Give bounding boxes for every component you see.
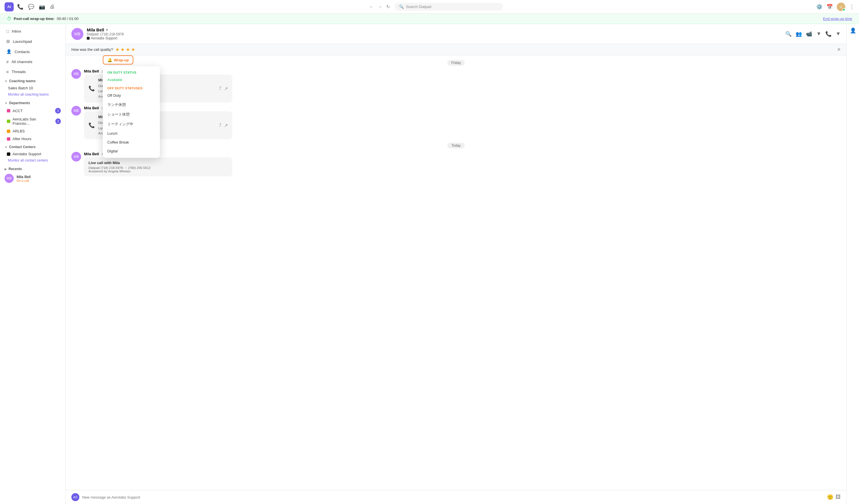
- nav-forward-button[interactable]: →: [377, 3, 383, 11]
- phone-chevron-icon[interactable]: ▼: [835, 31, 841, 37]
- call-icon-1: 📞: [89, 85, 95, 92]
- recents-chevron-icon: ▶: [4, 168, 7, 171]
- nav-buttons: ← → ↻: [368, 3, 391, 11]
- all-channels-label: All channels: [11, 60, 32, 64]
- departments-header[interactable]: ▼ Departments: [0, 99, 65, 106]
- chevron-down-icon[interactable]: ▼: [105, 28, 109, 32]
- threads-label: Threads: [12, 70, 26, 74]
- sidebar-item-acct[interactable]: ACCT 3: [0, 106, 65, 115]
- chat-header: MB Mila Bell ▼ Dialpad: (718) 218-5978 A…: [66, 24, 846, 44]
- video-chevron-icon[interactable]: ▼: [816, 31, 821, 37]
- monitor-contact-link[interactable]: Monitor all contact centers: [0, 158, 65, 165]
- sidebar-item-threads[interactable]: ≡ Threads: [2, 67, 64, 76]
- right-panel-person-icon[interactable]: 👤: [850, 27, 856, 34]
- wrapup-label: Post-call wrap-up time:: [14, 17, 55, 21]
- end-wrapup-link[interactable]: End wrap-up time: [823, 17, 852, 21]
- acct-badge: 3: [55, 108, 61, 113]
- arlbs-color-dot: [7, 129, 10, 133]
- chat-icon[interactable]: 💬: [28, 4, 34, 10]
- message-row-2: MB Mila Bell 1:44 PM 📞 Mila called you D…: [71, 106, 841, 139]
- live-msg-sender: Mila Bell: [84, 152, 99, 156]
- live-msg-avatar: MB: [71, 152, 81, 162]
- channels-icon: #: [6, 59, 9, 64]
- message-input[interactable]: [82, 495, 824, 500]
- status-lunch-jp[interactable]: ランチ休憩: [103, 100, 160, 110]
- topbar-icons: 📞 💬 📷 🖨: [17, 4, 55, 10]
- search-placeholder: Search Dialpad: [406, 4, 431, 9]
- wrapup-info: ⏱ Post-call wrap-up time: 00:40 / 01:00: [7, 16, 78, 21]
- topbar-right: ⚙️ 📅 U ⋮: [816, 3, 855, 11]
- status-coffee-break[interactable]: Coffee Break: [103, 138, 160, 147]
- status-off-duty[interactable]: Off Duty: [103, 91, 160, 100]
- status-short-break-jp[interactable]: ショート休憩: [103, 110, 160, 119]
- on-duty-label: ON DUTY STATUS: [103, 68, 160, 75]
- recents-header[interactable]: ▶ Recents: [0, 165, 65, 172]
- image-icon[interactable]: 🖼: [835, 494, 841, 500]
- nav-refresh-button[interactable]: ↻: [385, 3, 391, 11]
- quality-stars[interactable]: ★ ★ ★ ★: [115, 47, 135, 52]
- more-icon[interactable]: ⋮: [849, 4, 855, 10]
- today-divider: Today: [71, 143, 841, 148]
- status-meeting-jp[interactable]: ミーティング中: [103, 119, 160, 129]
- friday-divider: Friday: [71, 60, 841, 66]
- quality-close-icon[interactable]: ✕: [837, 47, 841, 52]
- contacts-icon: 👤: [6, 49, 12, 54]
- coaching-teams-header[interactable]: ▼ Coaching teams: [0, 77, 65, 84]
- add-person-icon[interactable]: 👥: [796, 31, 802, 37]
- phone-call-icon[interactable]: 📞: [825, 31, 832, 37]
- external-link-icon-2[interactable]: ↗: [224, 123, 228, 128]
- user-avatar[interactable]: U: [837, 3, 845, 11]
- search-bar[interactable]: 🔍 Search Dialpad: [394, 3, 503, 11]
- status-dropdown: ON DUTY STATUS Available OFF DUTY STATUS…: [103, 66, 160, 158]
- sidebar-item-sales-batch[interactable]: Sales Batch 10: [0, 84, 65, 92]
- video-icon[interactable]: 📷: [39, 4, 45, 10]
- emoji-icon[interactable]: 🙂: [827, 494, 833, 500]
- sidebar-item-contacts[interactable]: 👤 Contacts: [2, 47, 64, 57]
- settings-icon[interactable]: ⚙️: [816, 4, 823, 10]
- wrap-up-button[interactable]: 🔔 Wrap-up: [103, 55, 133, 64]
- coaching-teams-label: Coaching teams: [9, 79, 36, 83]
- wrapup-bell-icon: 🔔: [107, 58, 112, 62]
- call-actions-1: ⤴ ↗: [219, 86, 228, 91]
- status-digital[interactable]: Digital: [103, 147, 160, 155]
- live-call-bubble: Live call with Mila Dialpad (718) 218-59…: [84, 157, 232, 177]
- sidebar-item-launchpad[interactable]: ⊞ Launchpad: [2, 36, 64, 46]
- sidebar-item-mila-bell[interactable]: MB Mila Bell On a call: [0, 172, 65, 185]
- phone-icon[interactable]: 📞: [17, 4, 24, 10]
- external-link-icon-1[interactable]: ↗: [224, 86, 228, 91]
- arlbs-label: ARLBS: [13, 129, 25, 133]
- contact-centers-header[interactable]: ▼ Contact Centers: [0, 143, 65, 150]
- dropdown-overlay: 🔔 Wrap-up ON DUTY STATUS Available OFF D…: [103, 55, 160, 158]
- share-icon-2[interactable]: ⤴: [219, 123, 221, 128]
- contact-centers-label: Contact Centers: [9, 145, 36, 149]
- status-lunch[interactable]: Lunch: [103, 129, 160, 138]
- sidebar-item-aerolabs[interactable]: AeroLabs San Francisc... 3: [0, 115, 65, 127]
- aerolabs-color-dot: [7, 120, 10, 123]
- inbox-label: Inbox: [12, 29, 21, 33]
- msg-sender-1: Mila Bell: [84, 69, 99, 73]
- search-chat-icon[interactable]: 🔍: [785, 31, 792, 37]
- chat-contact-tag: Aerolabs Support: [87, 36, 782, 40]
- chat-contact-number: Dialpad: (718) 218-5978: [87, 32, 782, 36]
- sidebar-item-all-channels[interactable]: # All channels: [2, 57, 64, 66]
- aerolabs-support-label: Aerolabs Support: [13, 152, 41, 156]
- after-hours-color-dot: [7, 137, 10, 141]
- monitor-coaching-link[interactable]: Monitor all coaching teams: [0, 92, 65, 99]
- print-icon[interactable]: 🖨: [50, 4, 55, 10]
- live-call-route: Dialpad (718) 218-5978 → (760) 205-5612: [89, 166, 228, 169]
- share-icon-1[interactable]: ⤴: [219, 86, 221, 91]
- call-icon-2: 📞: [89, 122, 95, 128]
- sidebar-item-inbox[interactable]: □ Inbox: [2, 27, 64, 36]
- nav-back-button[interactable]: ←: [368, 3, 375, 11]
- sidebar-item-aerolabs-support[interactable]: Aerolabs Support: [0, 150, 65, 158]
- status-available[interactable]: Available: [103, 75, 160, 84]
- sidebar-item-arlbs[interactable]: ARLBS: [0, 127, 65, 135]
- topbar: Ai 📞 💬 📷 🖨 ← → ↻ 🔍 Search Dialpad ⚙️ 📅 U…: [0, 0, 859, 14]
- chat-header-info: Mila Bell ▼ Dialpad: (718) 218-5978 Aero…: [87, 27, 782, 40]
- quality-banner: How was the call quality? ★ ★ ★ ★ ✕: [66, 44, 846, 55]
- calendar-icon[interactable]: 📅: [827, 4, 833, 10]
- sidebar-item-after-hours[interactable]: After Hours: [0, 135, 65, 143]
- launchpad-icon: ⊞: [6, 39, 10, 44]
- video-call-icon[interactable]: 📹: [806, 31, 812, 37]
- mila-bell-avatar: MB: [4, 174, 14, 183]
